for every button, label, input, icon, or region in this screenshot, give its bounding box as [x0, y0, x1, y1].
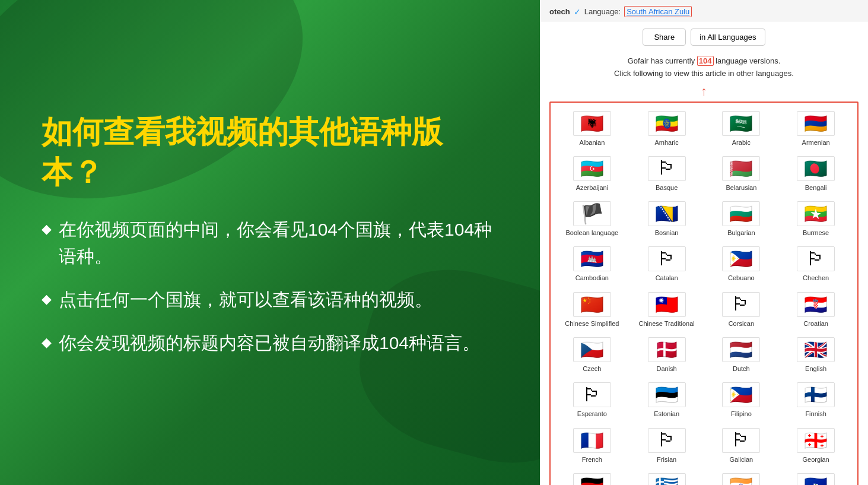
lang-grid: 🇦🇱Albanian🇪🇹Amharic🇸🇦Arabic🇦🇲Armenian🇦🇿A…: [555, 107, 853, 485]
lang-name-albanian: Albanian: [579, 138, 605, 147]
language-link[interactable]: South African Zulu: [624, 6, 692, 17]
flag-esperanto: 🏳: [573, 382, 611, 407]
lang-item-bosnian[interactable]: 🇧🇦Bosnian: [630, 198, 704, 240]
flag-dutch: 🇳🇱: [722, 337, 760, 362]
lang-item-cebuano[interactable]: 🇵🇭Cebuano: [705, 243, 778, 286]
lang-grid-wrapper: 🇦🇱Albanian🇪🇹Amharic🇸🇦Arabic🇦🇲Armenian🇦🇿A…: [549, 102, 859, 485]
flag-bosnian: 🇧🇦: [648, 201, 686, 226]
lang-name-frisian: Frisian: [657, 455, 676, 464]
lang-item-chinese-traditional[interactable]: 🇹🇼Chinese Traditional: [630, 289, 704, 331]
lang-name-esperanto: Esperanto: [577, 410, 607, 418]
lang-name-croatian: Croatian: [803, 319, 828, 328]
right-panel: otech ✓ Language: South African Zulu Sha…: [540, 0, 868, 485]
flag-haitian-creole: 🇭🇹: [797, 473, 835, 485]
lang-item-croatian[interactable]: 🇭🇷Croatian: [779, 289, 853, 331]
right-header: otech ✓ Language: South African Zulu: [540, 0, 868, 21]
flag-gujarati: 🇮🇳: [722, 473, 760, 485]
bullet-item-3: ◆ 你会发现视频的标题内容已被自动翻译成104种语言。: [42, 329, 498, 356]
lang-item-corsican[interactable]: 🏳Corsican: [705, 289, 778, 331]
all-languages-button[interactable]: in All Languages: [691, 28, 765, 46]
flag-boolean-language: 🏴: [573, 201, 611, 226]
flag-filipino: 🇵🇭: [722, 382, 760, 407]
lang-item-cambodian[interactable]: 🇰🇭Cambodian: [555, 243, 629, 286]
lang-name-finnish: Finnish: [805, 410, 826, 418]
lang-item-german[interactable]: 🇩🇪German: [555, 470, 629, 485]
lang-name-azerbaijani: Azerbaijani: [576, 183, 608, 192]
diamond-icon: ◆: [42, 289, 52, 309]
flag-german: 🇩🇪: [573, 473, 611, 485]
lang-item-burmese[interactable]: 🇲🇲Burmese: [779, 198, 853, 240]
lang-name-armenian: Armenian: [802, 138, 830, 147]
right-content: Gofair has currently 104 language versio…: [540, 50, 868, 485]
lang-item-chinese-simplified[interactable]: 🇨🇳Chinese Simplified: [555, 289, 629, 331]
lang-name-bengali: Bengali: [805, 183, 827, 192]
lang-item-czech[interactable]: 🇨🇿Czech: [555, 334, 629, 376]
flag-czech: 🇨🇿: [573, 337, 611, 362]
lang-name-danish: Danish: [657, 364, 677, 373]
lang-item-french[interactable]: 🇫🇷French: [555, 424, 629, 467]
lang-item-albanian[interactable]: 🇦🇱Albanian: [555, 107, 629, 150]
lang-item-boolean-language[interactable]: 🏴Boolean language: [555, 198, 629, 240]
lang-count: 104: [697, 56, 714, 66]
flag-cebuano: 🇵🇭: [722, 246, 760, 271]
lang-item-amharic[interactable]: 🇪🇹Amharic: [630, 107, 704, 150]
lang-name-dutch: Dutch: [733, 364, 750, 373]
lang-item-greek[interactable]: 🇬🇷Greek: [630, 470, 704, 485]
flag-albanian: 🇦🇱: [573, 111, 611, 136]
lang-item-galician[interactable]: 🏳Galician: [705, 424, 778, 467]
lang-name-boolean-language: Boolean language: [566, 229, 619, 237]
lang-name-cebuano: Cebuano: [728, 274, 755, 282]
flag-french: 🇫🇷: [573, 428, 611, 453]
flag-chechen: 🏳: [797, 246, 835, 271]
lang-item-arabic[interactable]: 🇸🇦Arabic: [705, 107, 778, 150]
lang-item-bengali[interactable]: 🇧🇩Bengali: [779, 153, 853, 195]
lang-item-bulgarian[interactable]: 🇧🇬Bulgarian: [705, 198, 778, 240]
lang-item-dutch[interactable]: 🇳🇱Dutch: [705, 334, 778, 376]
lang-name-bulgarian: Bulgarian: [727, 229, 755, 237]
lang-name-filipino: Filipino: [731, 410, 752, 418]
lang-item-gujarati[interactable]: 🇮🇳Gujarati: [705, 470, 778, 485]
flag-chinese-simplified: 🇨🇳: [573, 292, 611, 317]
lang-item-filipino[interactable]: 🇵🇭Filipino: [705, 379, 778, 421]
lang-item-finnish[interactable]: 🇫🇮Finnish: [779, 379, 853, 421]
lang-item-armenian[interactable]: 🇦🇲Armenian: [779, 107, 853, 150]
lang-name-catalan: Catalan: [656, 274, 678, 282]
flag-croatian: 🇭🇷: [797, 292, 835, 317]
flag-english: 🇬🇧: [797, 337, 835, 362]
info-text: Gofair has currently 104 language versio…: [549, 55, 859, 80]
lang-item-belarusian[interactable]: 🇧🇾Belarusian: [705, 153, 778, 195]
lang-item-chechen[interactable]: 🏳Chechen: [779, 243, 853, 286]
flag-belarusian: 🇧🇾: [722, 156, 760, 181]
arrow-indicator: ↑: [549, 84, 859, 99]
diamond-icon: ◆: [42, 219, 52, 239]
lang-name-amharic: Amharic: [654, 138, 678, 147]
lang-name-corsican: Corsican: [729, 319, 754, 328]
checkmark-icon: ✓: [574, 7, 581, 17]
lang-item-danish[interactable]: 🇩🇰Danish: [630, 334, 704, 376]
flag-burmese: 🇲🇲: [797, 201, 835, 226]
share-button[interactable]: Share: [643, 28, 686, 46]
brand-label: otech: [549, 7, 570, 16]
lang-name-burmese: Burmese: [803, 229, 829, 237]
lang-item-estonian[interactable]: 🇪🇪Estonian: [630, 379, 704, 421]
flag-finnish: 🇫🇮: [797, 382, 835, 407]
lang-item-haitian-creole[interactable]: 🇭🇹Haitian Creole: [779, 470, 853, 485]
lang-item-azerbaijani[interactable]: 🇦🇿Azerbaijani: [555, 153, 629, 195]
main-title: 如何查看我视频的其他语种版本？: [42, 112, 498, 192]
lang-name-czech: Czech: [583, 364, 601, 373]
info-text2: Click following to view this article in …: [614, 69, 794, 78]
lang-item-basque[interactable]: 🏳Basque: [630, 153, 704, 195]
language-label: Language:: [584, 7, 621, 16]
lang-item-english[interactable]: 🇬🇧English: [779, 334, 853, 376]
flag-greek: 🇬🇷: [648, 473, 686, 485]
lang-item-catalan[interactable]: 🏳Catalan: [630, 243, 704, 286]
lang-name-galician: Galician: [730, 455, 753, 464]
flag-chinese-traditional: 🇹🇼: [648, 292, 686, 317]
lang-item-frisian[interactable]: 🏳Frisian: [630, 424, 704, 467]
lang-item-georgian[interactable]: 🇬🇪Georgian: [779, 424, 853, 467]
right-toolbar: Share in All Languages: [540, 21, 868, 50]
lang-name-georgian: Georgian: [802, 455, 829, 464]
lang-item-esperanto[interactable]: 🏳Esperanto: [555, 379, 629, 421]
flag-amharic: 🇪🇹: [648, 111, 686, 136]
info-text-after: language versions.: [714, 56, 781, 65]
